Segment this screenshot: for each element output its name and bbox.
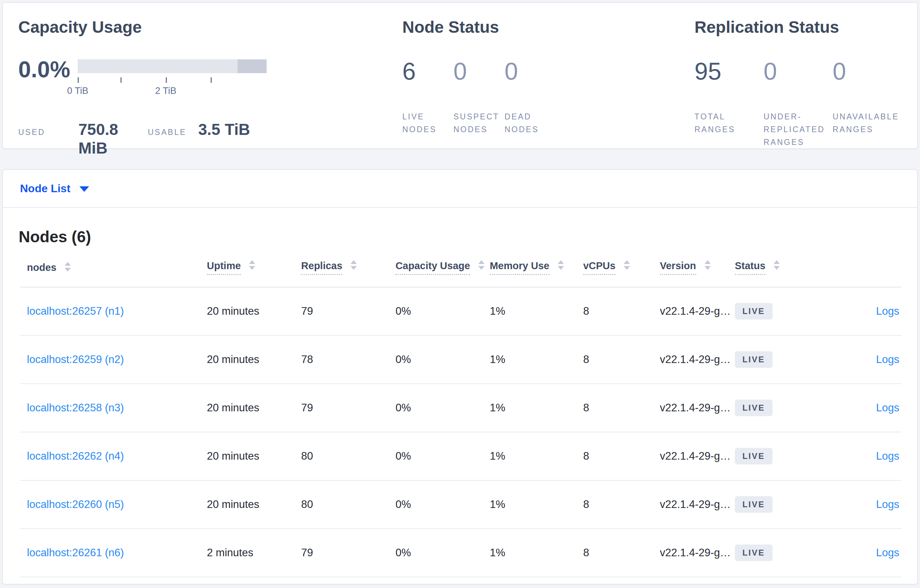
uptime-cell: 20 minutes bbox=[207, 335, 301, 384]
node-status-title: Node Status bbox=[402, 17, 679, 37]
logs-link[interactable]: Logs bbox=[876, 353, 899, 365]
logs-link[interactable]: Logs bbox=[876, 498, 899, 510]
sort-icon bbox=[705, 260, 711, 270]
node-list-card: Node List Nodes (6) nodes Uptime Replica… bbox=[2, 169, 918, 585]
uptime-cell: 20 minutes bbox=[207, 287, 301, 335]
stat-label: LIVE NODES bbox=[402, 110, 454, 136]
column-label: Replicas bbox=[301, 260, 342, 275]
sort-icon bbox=[249, 260, 255, 270]
capacity-bar-segment bbox=[238, 59, 267, 73]
status-badge: LIVE bbox=[735, 544, 773, 561]
column-header-status[interactable]: Status bbox=[735, 251, 810, 287]
node-list-dropdown-label: Node List bbox=[20, 182, 70, 195]
column-header-vcpus[interactable]: vCPUs bbox=[583, 251, 660, 287]
replicas-cell: 80 bbox=[301, 480, 395, 529]
column-header-memory-use[interactable]: Memory Use bbox=[490, 251, 583, 287]
capacity-usage-section: Capacity Usage 0.0% 0 TiB 2 TiB USED 750… bbox=[18, 17, 384, 157]
version-cell: v22.1.4-29-g… bbox=[660, 384, 735, 432]
version-cell: v22.1.4-29-g… bbox=[660, 480, 735, 529]
replication-status-title: Replication Status bbox=[695, 17, 915, 37]
usable-value: 3.5 TiB bbox=[198, 120, 250, 139]
under-replicated-ranges-stat: 0 UNDER-REPLICATED RANGES bbox=[764, 57, 833, 149]
node-link[interactable]: localhost:26258 (n3) bbox=[27, 402, 124, 414]
status-badge: LIVE bbox=[735, 496, 773, 513]
capacity-percent: 0.0% bbox=[18, 57, 78, 81]
sort-icon bbox=[478, 260, 484, 270]
replicas-cell: 78 bbox=[301, 335, 395, 384]
column-label: Version bbox=[660, 260, 696, 275]
uptime-cell: 20 minutes bbox=[207, 384, 301, 432]
memory-cell: 1% bbox=[490, 480, 583, 529]
node-link[interactable]: localhost:26262 (n4) bbox=[27, 450, 124, 462]
version-cell: v22.1.4-29-g… bbox=[660, 529, 735, 577]
column-header-replicas[interactable]: Replicas bbox=[301, 251, 395, 287]
capacity-cell: 0% bbox=[395, 529, 490, 577]
capacity-cell: 0% bbox=[395, 335, 490, 384]
sort-icon bbox=[774, 260, 780, 270]
sort-icon bbox=[558, 260, 564, 270]
column-label: Memory Use bbox=[490, 260, 549, 275]
memory-cell: 1% bbox=[490, 384, 583, 432]
node-list-dropdown[interactable]: Node List bbox=[20, 182, 89, 195]
capacity-gauge-bar: 0 TiB 2 TiB bbox=[78, 59, 267, 101]
axis-tick bbox=[78, 77, 79, 83]
replicas-cell: 79 bbox=[301, 529, 395, 577]
replicas-cell: 80 bbox=[301, 432, 395, 480]
sort-icon bbox=[350, 260, 357, 270]
logs-link[interactable]: Logs bbox=[876, 402, 899, 414]
axis-tick bbox=[120, 77, 121, 83]
used-value: 750.8 MiB bbox=[78, 120, 148, 157]
vcpus-cell: 8 bbox=[583, 480, 660, 529]
column-label: Status bbox=[735, 260, 766, 275]
axis-tick-label: 0 TiB bbox=[67, 86, 88, 96]
table-row: localhost:26261 (n6) 2 minutes 79 0% 1% … bbox=[20, 529, 901, 577]
logs-link[interactable]: Logs bbox=[876, 305, 899, 317]
suspect-nodes-stat: 0 SUSPECT NODES bbox=[454, 57, 505, 136]
stat-value: 0 bbox=[764, 57, 833, 86]
node-status-section: Node Status 6 LIVE NODES 0 SUSPECT NODES… bbox=[402, 17, 679, 136]
capacity-cell: 0% bbox=[395, 432, 490, 480]
table-row: localhost:26258 (n3) 20 minutes 79 0% 1%… bbox=[20, 384, 901, 432]
column-header-logs bbox=[810, 251, 901, 287]
uptime-cell: 20 minutes bbox=[207, 480, 301, 529]
total-ranges-stat: 95 TOTAL RANGES bbox=[695, 57, 764, 149]
chevron-down-icon bbox=[79, 186, 89, 192]
column-header-nodes[interactable]: nodes bbox=[20, 251, 207, 287]
stat-value: 6 bbox=[402, 57, 454, 86]
table-row: localhost:26262 (n4) 20 minutes 80 0% 1%… bbox=[20, 432, 901, 480]
vcpus-cell: 8 bbox=[583, 384, 660, 432]
column-label: Capacity Usage bbox=[395, 260, 470, 275]
column-label: Uptime bbox=[207, 260, 241, 275]
live-nodes-stat: 6 LIVE NODES bbox=[402, 57, 454, 136]
replicas-cell: 79 bbox=[301, 384, 395, 432]
logs-link[interactable]: Logs bbox=[876, 450, 899, 462]
stat-value: 0 bbox=[454, 57, 505, 86]
column-header-uptime[interactable]: Uptime bbox=[207, 251, 301, 287]
column-header-capacity-usage[interactable]: Capacity Usage bbox=[395, 251, 490, 287]
node-list-header: Node List bbox=[3, 170, 917, 208]
table-row: localhost:26260 (n5) 20 minutes 80 0% 1%… bbox=[20, 480, 901, 529]
table-row: localhost:26259 (n2) 20 minutes 78 0% 1%… bbox=[20, 335, 901, 384]
stat-label: UNDER-REPLICATED RANGES bbox=[764, 110, 822, 149]
node-link[interactable]: localhost:26257 (n1) bbox=[27, 305, 124, 317]
node-link[interactable]: localhost:26261 (n6) bbox=[27, 547, 124, 559]
node-link[interactable]: localhost:26259 (n2) bbox=[27, 353, 124, 365]
memory-cell: 1% bbox=[490, 529, 583, 577]
logs-link[interactable]: Logs bbox=[876, 547, 899, 559]
used-label: USED bbox=[18, 128, 78, 137]
version-cell: v22.1.4-29-g… bbox=[660, 335, 735, 384]
column-label: vCPUs bbox=[583, 260, 616, 275]
vcpus-cell: 8 bbox=[583, 335, 660, 384]
stat-value: 95 bbox=[695, 57, 764, 86]
dead-nodes-stat: 0 DEAD NODES bbox=[505, 57, 556, 136]
column-header-version[interactable]: Version bbox=[660, 251, 735, 287]
replicas-cell: 79 bbox=[301, 287, 395, 335]
capacity-bar-track bbox=[78, 59, 267, 73]
node-link[interactable]: localhost:26260 (n5) bbox=[27, 498, 124, 510]
version-cell: v22.1.4-29-g… bbox=[660, 432, 735, 480]
status-badge: LIVE bbox=[735, 400, 773, 416]
capacity-cell: 0% bbox=[395, 384, 490, 432]
axis-tick bbox=[211, 77, 212, 83]
axis-tick bbox=[166, 77, 167, 83]
uptime-cell: 20 minutes bbox=[207, 432, 301, 480]
